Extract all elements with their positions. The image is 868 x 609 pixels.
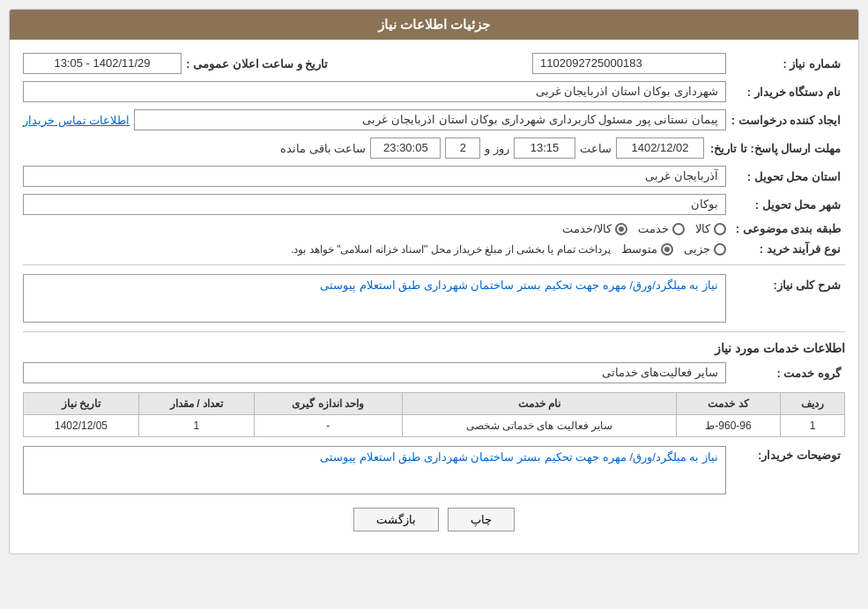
services-table: ردیف کد خدمت نام خدمت واحد اندازه گیری ت… [23, 392, 845, 437]
process-medium-label: متوسط [621, 242, 657, 256]
cell-row: 1 [780, 415, 844, 437]
divider-2 [23, 331, 845, 332]
footer-buttons: چاپ بازگشت [23, 508, 845, 540]
category-goods-radio[interactable] [714, 223, 726, 235]
col-unit: واحد اندازه گیری [254, 393, 402, 415]
category-service-radio[interactable] [672, 223, 685, 235]
process-row: نوع فرآیند خرید : جزیی متوسط پرداخت تمام… [23, 242, 845, 256]
main-card: جزئیات اطلاعات نیاز شماره نیاز : 1102092… [9, 9, 859, 554]
buyer-desc-row: توضیحات خریدار: نیاز به میلگرد/ورق/ مهره… [23, 446, 845, 494]
description-label: شرح کلی نیاز: [731, 274, 845, 292]
services-section-title: اطلاعات خدمات مورد نیاز [23, 341, 845, 355]
process-partial-label: جزیی [684, 242, 710, 256]
col-name: نام خدمت [402, 393, 677, 415]
buyer-desc-value: نیاز به میلگرد/ورق/ مهره جهت تحکیم بستر … [23, 446, 726, 494]
process-medium-radio[interactable] [661, 243, 673, 256]
col-qty: تعداد / مقدار [139, 393, 255, 415]
deadline-time-label: ساعت [580, 142, 612, 155]
service-group-value: سایر فعالیت‌های خدماتی [23, 362, 726, 383]
buyer-org-row: نام دستگاه خریدار : شهرداری بوکان استان … [23, 81, 845, 102]
service-group-row: گروه خدمت : سایر فعالیت‌های خدماتی [23, 362, 845, 383]
city-row: شهر محل تحویل : بوکان [23, 194, 845, 215]
col-code: کد خدمت [677, 393, 781, 415]
city-value: بوکان [23, 194, 726, 215]
creator-label: ایجاد کننده درخواست : [731, 114, 845, 127]
deadline-remaining-label: ساعت باقی مانده [280, 142, 366, 155]
province-value: آذربایجان غربی [23, 166, 726, 187]
announce-date-value: 1402/11/29 - 13:05 [23, 53, 182, 74]
process-note: پرداخت تمام یا بخشی از مبلغ خریداز محل "… [291, 243, 611, 256]
deadline-row: مهلت ارسال پاسخ: تا تاریخ: 1402/12/02 سا… [23, 137, 845, 159]
divider-1 [23, 264, 845, 265]
category-goods-label: کالا [695, 222, 710, 235]
province-label: استان محل تحویل : [731, 170, 845, 183]
category-goods-service-item[interactable]: کالا/خدمت [562, 222, 627, 235]
creator-row: ایجاد کننده درخواست : پیمان نستانی پور م… [23, 109, 845, 130]
process-label: نوع فرآیند خرید : [731, 242, 845, 256]
services-table-container: ردیف کد خدمت نام خدمت واحد اندازه گیری ت… [23, 392, 845, 437]
need-number-row: شماره نیاز : 1102092725000183 تاریخ و سا… [23, 53, 845, 74]
deadline-day-label: روز و [485, 142, 509, 155]
deadline-day: 2 [445, 137, 480, 159]
service-group-label: گروه خدمت : [731, 367, 845, 380]
cell-unit: - [254, 415, 402, 437]
category-radio-group: کالا خدمت کالا/خدمت [23, 222, 726, 235]
cell-qty: 1 [139, 415, 255, 437]
deadline-label: مهلت ارسال پاسخ: تا تاریخ: [708, 142, 845, 155]
category-service-label: خدمت [638, 222, 669, 235]
buyer-desc-label: توضیحات خریدار: [731, 446, 845, 462]
buyer-org-value: شهرداری بوکان استان اذربایجان غربی [23, 81, 726, 102]
buyer-org-label: نام دستگاه خریدار : [731, 85, 845, 99]
process-radio-group: جزیی متوسط پرداخت تمام یا بخشی از مبلغ خ… [23, 242, 726, 256]
process-partial-item[interactable]: جزیی [684, 242, 726, 256]
creator-value: پیمان نستانی پور مسئول کاربرداری شهرداری… [134, 109, 726, 130]
col-row: ردیف [780, 393, 844, 415]
category-row: طبقه بندی موضوعی : کالا خدمت کالا/خدمت [23, 222, 845, 235]
category-goods-service-label: کالا/خدمت [562, 222, 612, 235]
cell-code: 960-96-ط [677, 415, 781, 437]
creator-link[interactable]: اطلاعات تماس خریدار [23, 114, 130, 127]
description-row: شرح کلی نیاز: نیاز به میلگرد/ورق/ مهره ج… [23, 274, 845, 323]
province-row: استان محل تحویل : آذربایجان غربی [23, 166, 845, 187]
process-partial-radio[interactable] [714, 243, 726, 256]
category-goods-item[interactable]: کالا [695, 222, 726, 235]
back-button[interactable]: بازگشت [353, 508, 439, 531]
need-number-value: 1102092725000183 [532, 53, 726, 74]
need-number-label: شماره نیاز : [731, 57, 845, 71]
category-label: طبقه بندی موضوعی : [731, 222, 845, 235]
print-button[interactable]: چاپ [448, 508, 515, 531]
announce-date-label: تاریخ و ساعت اعلان عمومی : [186, 57, 332, 71]
cell-date: 1402/12/05 [24, 415, 139, 437]
category-goods-service-radio[interactable] [615, 223, 627, 235]
col-date: تاریخ نیاز [24, 393, 139, 415]
page-title: جزئیات اطلاعات نیاز [10, 10, 858, 40]
city-label: شهر محل تحویل : [731, 198, 845, 212]
description-value: نیاز به میلگرد/ورق/ مهره جهت تحکیم بستر … [23, 274, 726, 323]
process-medium-item[interactable]: متوسط [621, 242, 673, 256]
deadline-date: 1402/12/02 [616, 137, 704, 159]
category-service-item[interactable]: خدمت [638, 222, 685, 235]
table-row: 1 960-96-ط سایر فعالیت های خدماتی شخصی -… [24, 415, 845, 437]
deadline-time: 13:15 [514, 137, 575, 159]
cell-name: سایر فعالیت های خدماتی شخصی [402, 415, 677, 437]
deadline-remaining: 23:30:05 [370, 137, 441, 159]
